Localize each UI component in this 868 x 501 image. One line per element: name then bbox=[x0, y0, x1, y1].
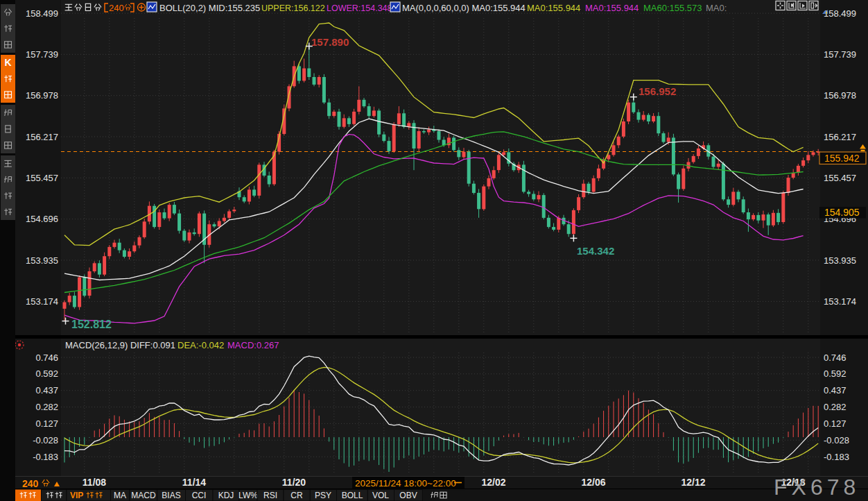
svg-text:0.746: 0.746 bbox=[824, 353, 847, 363]
svg-text:156.217: 156.217 bbox=[26, 132, 58, 142]
svg-text:BIAS: BIAS bbox=[162, 491, 180, 500]
svg-text:11/08: 11/08 bbox=[83, 477, 106, 488]
svg-text:11/14: 11/14 bbox=[182, 477, 206, 488]
svg-text:12/06: 12/06 bbox=[581, 477, 605, 488]
svg-text:0.282: 0.282 bbox=[35, 402, 58, 412]
svg-text:LW%: LW% bbox=[238, 491, 258, 500]
svg-text:156.978: 156.978 bbox=[26, 90, 58, 101]
svg-text:154.905: 154.905 bbox=[824, 207, 860, 218]
svg-text:KDJ: KDJ bbox=[218, 491, 234, 500]
svg-text:12/02: 12/02 bbox=[481, 477, 505, 488]
svg-text:2025/11/24 18:00~22:00: 2025/11/24 18:00~22:00 bbox=[355, 478, 456, 489]
svg-text:157.890: 157.890 bbox=[311, 36, 349, 48]
svg-text:VIP: VIP bbox=[70, 491, 83, 500]
svg-text:FX678: FX678 bbox=[774, 475, 860, 500]
svg-text:158.499: 158.499 bbox=[26, 8, 58, 19]
svg-text:153.174: 153.174 bbox=[824, 296, 856, 307]
svg-text:152.812: 152.812 bbox=[71, 319, 112, 330]
svg-text:156.217: 156.217 bbox=[824, 132, 856, 142]
svg-text:240: 240 bbox=[109, 3, 124, 13]
svg-text:0.282: 0.282 bbox=[824, 402, 847, 412]
svg-text:0.437: 0.437 bbox=[35, 385, 58, 396]
svg-text:240: 240 bbox=[22, 478, 39, 489]
svg-text:-0.028: -0.028 bbox=[33, 435, 58, 445]
svg-text:VOL: VOL bbox=[372, 491, 389, 500]
svg-text:-0.183: -0.183 bbox=[33, 452, 58, 462]
svg-text:155.942: 155.942 bbox=[824, 153, 860, 164]
svg-text:12/12: 12/12 bbox=[681, 477, 705, 488]
svg-text:RSI: RSI bbox=[263, 491, 277, 500]
svg-text:-0.183: -0.183 bbox=[824, 452, 849, 462]
svg-text:157.739: 157.739 bbox=[824, 49, 856, 60]
svg-text:156.978: 156.978 bbox=[824, 90, 856, 101]
svg-text:MACD:0.267: MACD:0.267 bbox=[227, 340, 279, 350]
svg-text:0.592: 0.592 bbox=[824, 368, 847, 379]
svg-text:LOWER:154.348: LOWER:154.348 bbox=[327, 3, 392, 13]
svg-text:0.746: 0.746 bbox=[35, 353, 58, 363]
svg-text:BOLL(20,2) MID:155.235: BOLL(20,2) MID:155.235 bbox=[159, 3, 260, 13]
svg-text:154.696: 154.696 bbox=[26, 214, 58, 224]
svg-text:153.935: 153.935 bbox=[26, 255, 58, 266]
svg-text:0.437: 0.437 bbox=[824, 385, 847, 396]
svg-text:158.499: 158.499 bbox=[824, 8, 856, 19]
svg-text:OBV: OBV bbox=[399, 491, 417, 500]
svg-text:153.935: 153.935 bbox=[824, 255, 856, 266]
svg-text:156.952: 156.952 bbox=[639, 85, 676, 97]
svg-text:11/20: 11/20 bbox=[282, 477, 306, 488]
svg-text:-0.028: -0.028 bbox=[824, 435, 849, 445]
svg-text:BOLL: BOLL bbox=[342, 491, 363, 500]
svg-text:PSY: PSY bbox=[315, 491, 331, 500]
svg-text:MA60:155.573: MA60:155.573 bbox=[643, 3, 702, 13]
svg-text:MACD: MACD bbox=[131, 491, 156, 500]
svg-text:155.457: 155.457 bbox=[26, 173, 58, 183]
svg-text:MA(0,0,0,60,0,0) MA0:155.944: MA(0,0,0,60,0,0) MA0:155.944 bbox=[402, 3, 526, 13]
svg-text:MA0:: MA0: bbox=[706, 3, 727, 13]
svg-text:UPPER:156.122: UPPER:156.122 bbox=[261, 3, 325, 13]
svg-text:154.342: 154.342 bbox=[577, 245, 614, 257]
svg-text:CCI: CCI bbox=[192, 491, 207, 500]
svg-text:0.127: 0.127 bbox=[824, 418, 847, 429]
svg-text:157.739: 157.739 bbox=[26, 49, 58, 60]
svg-text:0.592: 0.592 bbox=[35, 368, 58, 379]
svg-text:MA0:155.944: MA0:155.944 bbox=[527, 3, 580, 13]
svg-text:MACD(26,12,9) DIFF:0.091: MACD(26,12,9) DIFF:0.091 bbox=[65, 340, 175, 350]
svg-text:DEA:-0.042: DEA:-0.042 bbox=[177, 340, 224, 350]
svg-text:MA0:155.944: MA0:155.944 bbox=[585, 3, 639, 13]
svg-text:0.127: 0.127 bbox=[35, 418, 58, 429]
svg-text:CR: CR bbox=[290, 491, 303, 500]
svg-text:MA: MA bbox=[114, 491, 126, 500]
svg-text:155.457: 155.457 bbox=[824, 173, 856, 183]
svg-text:K: K bbox=[5, 57, 12, 68]
svg-text:153.174: 153.174 bbox=[26, 296, 58, 307]
